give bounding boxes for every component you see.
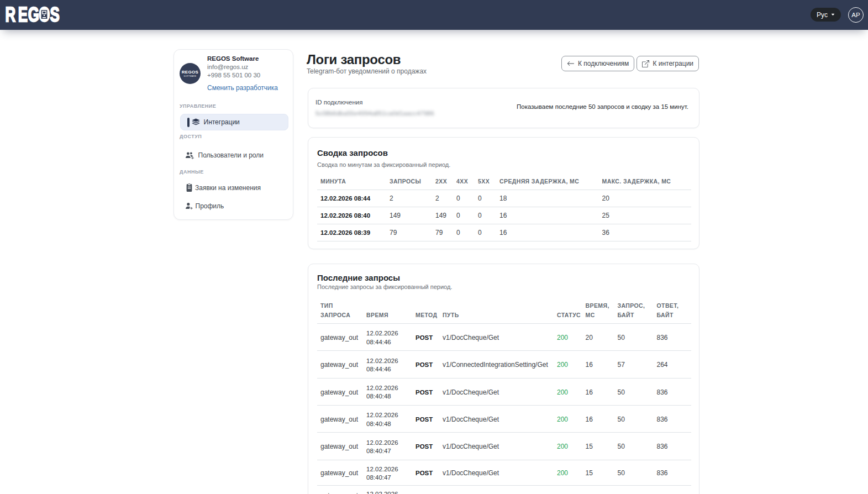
- svg-text:R: R: [6, 3, 16, 26]
- svg-text:S: S: [50, 3, 60, 26]
- svg-text:G: G: [28, 3, 39, 26]
- svg-text:E: E: [18, 3, 28, 26]
